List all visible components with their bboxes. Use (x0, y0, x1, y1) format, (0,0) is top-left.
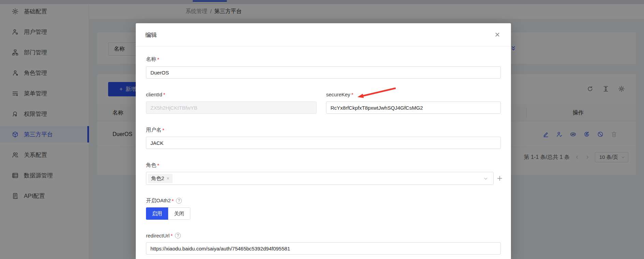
securekey-field-label: secureKey* (326, 92, 353, 97)
dialog-title: 编辑 (145, 23, 157, 46)
dialog-header: 编辑 × (136, 23, 511, 46)
add-role-plus-icon[interactable] (496, 175, 503, 182)
redirecturl-field-label: redirectUrl* ? (146, 233, 181, 238)
clientid-field-label: clientId* (146, 92, 165, 97)
oauth2-option-disable[interactable]: 关闭 (168, 207, 190, 220)
clientid-field (146, 101, 317, 114)
name-field[interactable] (146, 66, 501, 79)
username-field[interactable] (146, 137, 501, 149)
role-multiselect[interactable]: 角色2 × (146, 172, 494, 185)
name-field-label: 名称* (146, 56, 159, 63)
chevron-down-icon (483, 176, 488, 181)
username-field-label: 用户名* (146, 127, 164, 133)
oauth2-toggle: 启用 关闭 (146, 207, 190, 220)
close-icon[interactable]: × (493, 30, 502, 40)
role-tag-label: 角色2 (151, 175, 164, 182)
oauth2-field-label: 开启OAth2* ? (146, 197, 182, 204)
tag-remove-icon[interactable]: × (166, 176, 169, 181)
edit-dialog: 编辑 × 名称* clientId* secureKey* 用户名* 角色* 角… (136, 23, 511, 259)
role-field-label: 角色* (146, 162, 159, 168)
oauth2-option-enable[interactable]: 启用 (146, 207, 168, 220)
redirecturl-field[interactable] (146, 242, 501, 255)
securekey-field[interactable] (326, 101, 501, 114)
question-circle-icon[interactable]: ? (175, 233, 181, 238)
question-circle-icon[interactable]: ? (176, 198, 182, 204)
role-tag: 角色2 × (148, 174, 173, 183)
